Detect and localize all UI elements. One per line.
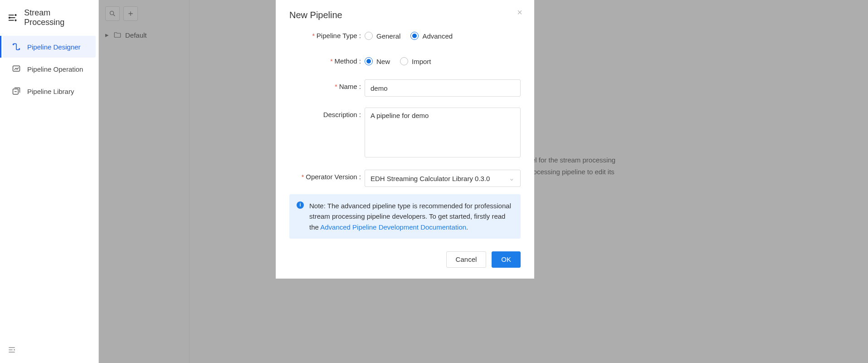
- operator-version-select[interactable]: EDH Streaming Calculator Library 0.3.0 ⌄: [365, 170, 521, 187]
- note-suffix: .: [466, 223, 468, 231]
- pipeline-type-radio-group: General Advanced: [365, 29, 521, 43]
- sidebar-item-pipeline-operation[interactable]: Pipeline Operation: [3, 58, 96, 80]
- label-name: Name: [335, 83, 357, 90]
- radio-label: Import: [412, 58, 431, 65]
- svg-point-2: [15, 20, 16, 21]
- collapse-icon: [7, 345, 16, 354]
- label-pipeline-type: Pipeline Type: [312, 32, 357, 39]
- sidebar-item-label: Pipeline Library: [27, 88, 74, 95]
- sidebar-item-label: Pipeline Operation: [27, 65, 83, 73]
- select-value: EDH Streaming Calculator Library 0.3.0: [371, 175, 490, 182]
- ok-button[interactable]: OK: [492, 251, 521, 268]
- method-radio-group: New Import: [365, 54, 521, 69]
- sidebar-header: Stream Processing: [0, 0, 98, 35]
- close-button[interactable]: ×: [517, 7, 522, 18]
- library-icon: [12, 87, 21, 96]
- radio-new[interactable]: New: [365, 57, 390, 65]
- new-pipeline-modal: New Pipeline × Pipeline Type : General A…: [276, 0, 534, 279]
- radio-label: New: [376, 58, 390, 65]
- radio-circle-icon: [365, 32, 373, 40]
- description-textarea[interactable]: [365, 108, 521, 157]
- radio-circle-icon: [365, 57, 373, 65]
- svg-point-0: [15, 14, 16, 16]
- radio-circle-icon: [400, 57, 408, 65]
- name-input[interactable]: [365, 79, 521, 97]
- operation-icon: [12, 64, 21, 74]
- label-description: Description: [323, 111, 357, 118]
- label-operator-version: Operator Version: [302, 173, 357, 181]
- sidebar: Stream Processing Pipeline Designer Pipe…: [0, 0, 99, 363]
- svg-point-4: [19, 48, 20, 49]
- sidebar-item-label: Pipeline Designer: [27, 43, 81, 51]
- modal-title: New Pipeline: [289, 10, 342, 20]
- chevron-down-icon: ⌄: [509, 174, 515, 182]
- radio-general[interactable]: General: [365, 32, 400, 40]
- sidebar-item-pipeline-designer[interactable]: Pipeline Designer: [3, 36, 96, 58]
- sidebar-title: Stream Processing: [24, 8, 91, 27]
- radio-label: Advanced: [422, 32, 453, 40]
- cancel-button[interactable]: Cancel: [446, 251, 487, 268]
- note-link[interactable]: Advanced Pipeline Development Documentat…: [320, 223, 466, 231]
- svg-point-3: [13, 44, 14, 45]
- note-box: i Note: The advanced pipeline type is re…: [289, 194, 521, 239]
- radio-label: General: [376, 32, 400, 40]
- radio-advanced[interactable]: Advanced: [410, 32, 453, 40]
- label-method: Method: [330, 57, 357, 65]
- designer-icon: [12, 42, 21, 51]
- radio-circle-icon: [410, 32, 419, 40]
- radio-import[interactable]: Import: [400, 57, 431, 65]
- sidebar-collapse[interactable]: [7, 345, 16, 356]
- info-icon: i: [297, 201, 304, 209]
- sidebar-item-pipeline-library[interactable]: Pipeline Library: [3, 80, 96, 102]
- svg-point-1: [9, 17, 10, 19]
- stream-icon: [7, 12, 18, 23]
